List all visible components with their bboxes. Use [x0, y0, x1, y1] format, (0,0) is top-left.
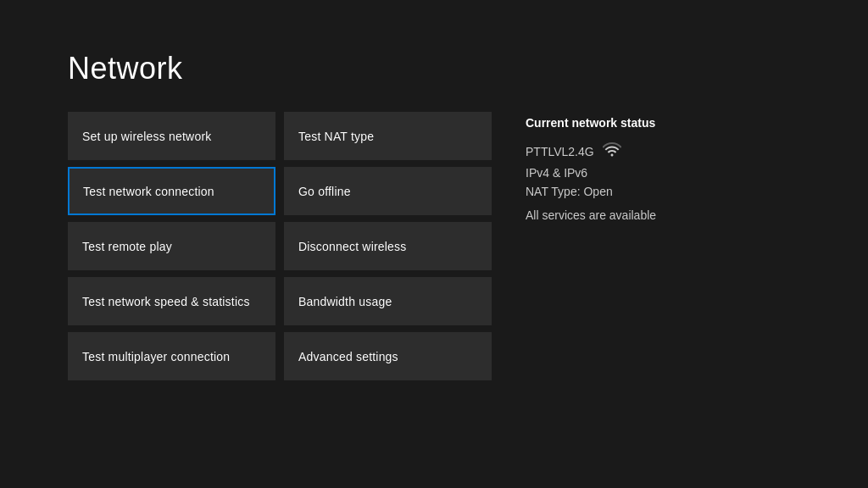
menu-item-test-speed[interactable]: Test network speed & statistics — [68, 277, 275, 325]
menu-item-setup-wireless[interactable]: Set up wireless network — [68, 112, 275, 160]
column-1: Set up wireless network Test network con… — [68, 112, 275, 380]
column-2: Test NAT type Go offline Disconnect wire… — [284, 112, 492, 380]
menu-item-test-remote[interactable]: Test remote play — [68, 222, 275, 270]
status-panel: Current network status PTTLVL2.4G IPv4 &… — [526, 112, 800, 380]
menu-item-test-network[interactable]: Test network connection — [68, 167, 275, 215]
status-ip-version: IPv4 & IPv6 — [526, 166, 800, 180]
status-ssid: PTTLVL2.4G — [526, 145, 594, 158]
status-nat-type: NAT Type: Open — [526, 185, 800, 198]
page-container: Network Set up wireless network Test net… — [0, 0, 868, 488]
menu-item-bandwidth-usage[interactable]: Bandwidth usage — [284, 277, 492, 325]
status-ssid-row: PTTLVL2.4G — [526, 141, 800, 161]
wifi-icon — [603, 141, 621, 161]
content-layout: Set up wireless network Test network con… — [68, 112, 800, 380]
menu-item-test-nat[interactable]: Test NAT type — [284, 112, 492, 160]
page-title: Network — [68, 51, 800, 86]
menu-item-go-offline[interactable]: Go offline — [284, 167, 492, 215]
menu-item-advanced-settings[interactable]: Advanced settings — [284, 332, 492, 380]
menu-item-test-multiplayer[interactable]: Test multiplayer connection — [68, 332, 275, 380]
status-services: All services are available — [526, 208, 800, 222]
status-title: Current network status — [526, 116, 800, 130]
menu-item-disconnect-wireless[interactable]: Disconnect wireless — [284, 222, 492, 270]
